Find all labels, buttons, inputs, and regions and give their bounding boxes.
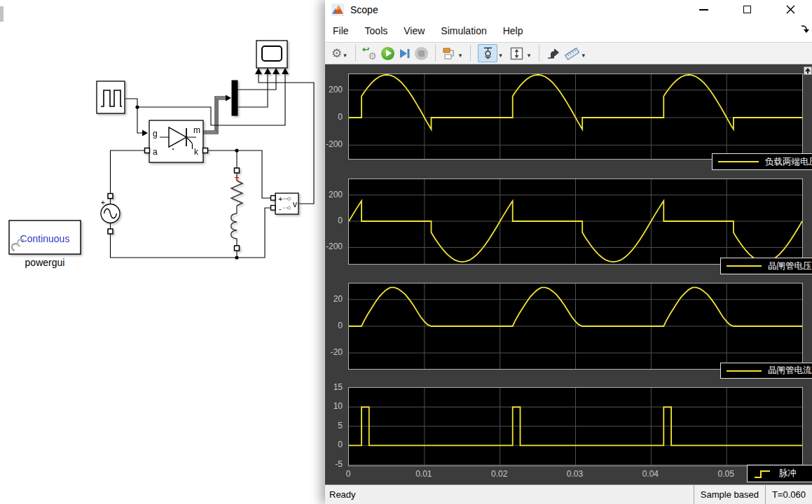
canvas-edge-artifact bbox=[0, 6, 4, 22]
legend-thyristor-voltage[interactable]: 晶闸管电压 bbox=[720, 258, 812, 274]
voltage-measurement-block[interactable]: + - v bbox=[271, 193, 299, 214]
stop-button[interactable] bbox=[413, 44, 430, 62]
scope-inport-2 bbox=[264, 68, 271, 74]
y-tick-label: -200 bbox=[326, 139, 343, 149]
menu-simulation[interactable]: Simulation bbox=[441, 25, 486, 36]
titlebar: Scope bbox=[325, 0, 812, 19]
x-axis-labels: 00.010.020.030.040.05 bbox=[348, 469, 812, 480]
back-to-model-icon: ↩⚙ bbox=[363, 46, 377, 60]
waveform-svg bbox=[349, 388, 802, 465]
thyristor-block[interactable]: g a m k bbox=[145, 120, 208, 162]
y-tick-label: -200 bbox=[326, 241, 343, 251]
pulse-generator-block[interactable] bbox=[97, 81, 125, 113]
y-axis-labels-3: 200-20 bbox=[325, 283, 345, 370]
x-tick-label: 0.04 bbox=[635, 469, 666, 479]
trigger-icon bbox=[546, 47, 560, 59]
y-tick-label: -20 bbox=[331, 347, 343, 357]
model-diagram: .blk{filter:drop-shadow(2.5px 2.5px 1.5p… bbox=[0, 0, 325, 504]
legend-pulse[interactable]: 脉冲 bbox=[747, 465, 812, 482]
y-tick-label: 200 bbox=[329, 190, 343, 200]
y-tick-label: 200 bbox=[329, 85, 343, 94]
chevron-down-icon: ▾ bbox=[499, 52, 502, 59]
measurements-button[interactable]: ▾ bbox=[562, 44, 589, 62]
scope-window: Scope File Tools View Simulation Help bbox=[325, 0, 812, 504]
x-tick-label: 0.05 bbox=[710, 469, 741, 479]
chevron-down-icon: ▾ bbox=[528, 52, 531, 59]
zoom-y-button[interactable]: ▾ bbox=[476, 44, 506, 62]
window-title: Scope bbox=[350, 4, 378, 15]
trigger-button[interactable] bbox=[544, 44, 562, 62]
configuration-gear-button[interactable]: ⚙▾ bbox=[329, 44, 350, 62]
demux-block[interactable] bbox=[232, 80, 238, 115]
step-forward-button[interactable] bbox=[397, 44, 413, 62]
y-tick-label: 10 bbox=[333, 401, 343, 411]
toolbar-overflow-icon[interactable] bbox=[800, 24, 809, 34]
port-label-a: a bbox=[153, 147, 158, 157]
run-button[interactable] bbox=[379, 44, 397, 62]
status-sample-mode: Sample based bbox=[694, 485, 765, 504]
back-to-model-button[interactable]: ↩⚙ bbox=[361, 44, 379, 62]
scope-plot-thyristor-voltage[interactable] bbox=[348, 178, 803, 265]
powergui-mode-label: Continuous bbox=[20, 233, 70, 244]
y-tick-label: 20 bbox=[333, 294, 343, 304]
scope-plot-pulse[interactable] bbox=[348, 387, 803, 466]
ruler-icon bbox=[564, 47, 580, 60]
port-label-g: g bbox=[153, 129, 158, 139]
maximize-icon bbox=[743, 6, 751, 13]
menu-view[interactable]: View bbox=[404, 25, 425, 36]
simulink-canvas[interactable]: .blk{filter:drop-shadow(2.5px 2.5px 1.5p… bbox=[0, 0, 325, 504]
y-tick-label: 0 bbox=[338, 440, 343, 449]
close-icon bbox=[786, 5, 795, 14]
matlab-app-icon bbox=[331, 4, 344, 16]
scope-inport-1 bbox=[255, 68, 262, 74]
legend-step-icon bbox=[753, 468, 773, 479]
rlc-terminal-bottom bbox=[235, 246, 240, 251]
maximize-button[interactable] bbox=[725, 0, 769, 19]
scope-plot-area: 2000-200 2000-200 200-20 151050-5 00.010… bbox=[325, 64, 812, 484]
axes-menu-button[interactable] bbox=[804, 66, 812, 75]
vm-v-label: v bbox=[293, 200, 297, 209]
x-tick-label: 0.02 bbox=[484, 469, 515, 479]
step-forward-icon bbox=[399, 48, 411, 59]
chevron-down-icon: ▾ bbox=[582, 52, 585, 59]
y-tick-label: 15 bbox=[333, 382, 343, 392]
powergui-block[interactable]: Continuous bbox=[9, 220, 81, 254]
menu-tools[interactable]: Tools bbox=[365, 25, 388, 36]
menubar: File Tools View Simulation Help bbox=[325, 19, 812, 42]
close-button[interactable] bbox=[769, 0, 812, 19]
terminal-k bbox=[203, 148, 208, 153]
status-time: T=0.060 bbox=[765, 485, 812, 504]
powergui-name-label: powergui bbox=[25, 257, 65, 268]
x-tick-label: 0.01 bbox=[408, 469, 439, 479]
legend-load-voltage[interactable]: 负载两端电压 bbox=[712, 153, 812, 170]
menu-file[interactable]: File bbox=[333, 25, 349, 36]
vm-terminal-plus bbox=[271, 196, 276, 201]
waveform-svg bbox=[349, 179, 802, 264]
signal-routing-button[interactable]: ▾ bbox=[441, 44, 466, 62]
scope-plot-thyristor-current[interactable] bbox=[348, 283, 803, 370]
y-tick-label: -5 bbox=[335, 459, 343, 469]
waveform-svg bbox=[349, 74, 802, 159]
legend-thyristor-current[interactable]: 晶闸管电流 bbox=[720, 363, 812, 379]
source-plus-label: + bbox=[101, 199, 105, 206]
scope-block[interactable] bbox=[255, 41, 289, 74]
gear-icon: ⚙ bbox=[331, 48, 342, 59]
fit-to-view-button[interactable]: ▾ bbox=[506, 44, 535, 62]
port-label-k: k bbox=[194, 147, 199, 157]
y-axis-labels-1: 2000-200 bbox=[325, 74, 345, 160]
statusbar: Ready Sample based T=0.060 bbox=[325, 484, 812, 504]
port-label-m: m bbox=[193, 125, 200, 135]
legend-label: 晶闸管电压 bbox=[768, 260, 812, 272]
chevron-down-icon: ▾ bbox=[343, 52, 347, 59]
menu-help[interactable]: Help bbox=[503, 25, 523, 36]
y-axis-labels-4: 151050-5 bbox=[325, 387, 345, 466]
run-icon bbox=[381, 47, 394, 60]
y-tick-label: 0 bbox=[338, 216, 343, 225]
scope-inport-3 bbox=[273, 68, 280, 74]
minimize-button[interactable] bbox=[682, 0, 725, 19]
scope-plot-load-voltage[interactable] bbox=[348, 74, 803, 160]
desktop: .blk{filter:drop-shadow(2.5px 2.5px 1.5p… bbox=[0, 0, 812, 504]
toolbar: ⚙▾ ↩⚙ ▾ bbox=[325, 42, 812, 64]
legend-line-icon bbox=[727, 370, 762, 372]
terminal-minus bbox=[108, 229, 113, 234]
